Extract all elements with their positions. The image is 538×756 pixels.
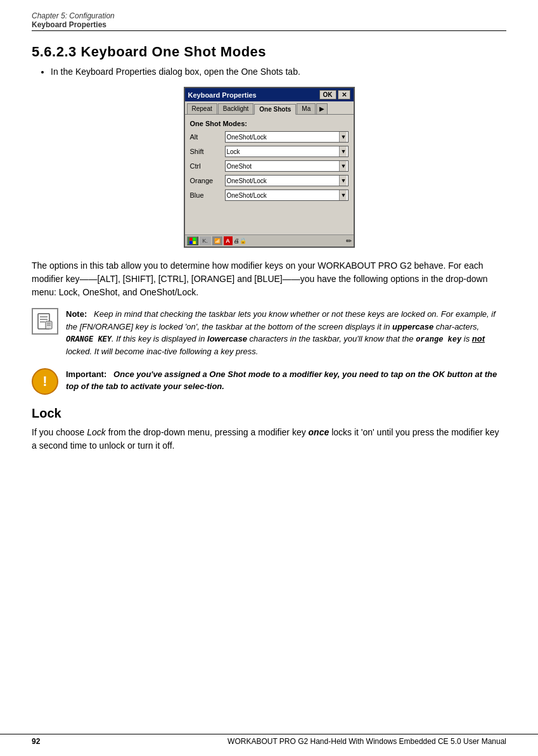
orange-select-value: OneShot/Lock (227, 177, 267, 184)
dialog-taskbar: K. 📶 A 🖨🔒 ✏ (185, 234, 354, 247)
alt-select-value: OneShot/Lock (227, 134, 267, 141)
section-line: Keyboard Properties (32, 20, 506, 29)
footer-page-number: 92 (32, 737, 40, 746)
section-title: 5.6.2.3 Keyboard One Shot Modes (32, 44, 506, 60)
orange-select-arrow: ▼ (339, 176, 347, 186)
note-icon (32, 308, 58, 335)
ctrl-row: Ctrl OneShot ▼ (190, 160, 349, 172)
blue-select[interactable]: OneShot/Lock ▼ (225, 189, 349, 201)
alt-select[interactable]: OneShot/Lock ▼ (225, 131, 349, 143)
tab-ma[interactable]: Ma (297, 103, 316, 114)
shift-label: Shift (190, 148, 225, 155)
tab-backlight[interactable]: Backlight (218, 103, 254, 114)
ctrl-label: Ctrl (190, 162, 225, 170)
dialog-screenshot-area: Keyboard Properties OK ✕ Repeat Backligh… (32, 87, 506, 248)
intro-bullet-list: In the Keyboard Properties dialog box, o… (44, 67, 506, 77)
taskbar-icons-group: 🖨🔒 (234, 238, 247, 244)
chapter-line: Chapter 5: Configuration (32, 11, 506, 20)
taskbar-k-icon: K. (200, 236, 211, 245)
footer-title: WORKABOUT PRO G2 Hand-Held With Windows … (227, 737, 506, 746)
note-lowercase-text: lowercase (207, 334, 247, 343)
dialog-body: One Shot Modes: Alt OneShot/Lock ▼ Shift… (185, 115, 354, 234)
dialog-titlebar-buttons: OK ✕ (319, 90, 350, 99)
taskbar-start-button[interactable] (187, 236, 198, 245)
note-label: Note: (66, 309, 94, 319)
note-uppercase-text: uppercase (392, 322, 433, 331)
orange-label: Orange (190, 177, 225, 184)
taskbar-pencil-icon: ✏ (346, 237, 352, 245)
svg-rect-2 (189, 241, 193, 245)
ctrl-select[interactable]: OneShot ▼ (225, 160, 349, 172)
dialog-tabs: Repeat Backlight One Shots Ma ▶ (185, 101, 354, 115)
body-paragraph-1: The options in this tab allow you to det… (32, 259, 506, 299)
blue-select-value: OneShot/Lock (227, 192, 267, 199)
shift-select[interactable]: Lock ▼ (225, 146, 349, 157)
taskbar-signal-icon: 📶 (212, 236, 222, 245)
tab-repeat[interactable]: Repeat (187, 103, 217, 114)
important-icon: ! (32, 368, 58, 395)
note-content: Note: Keep in mind that checking the tas… (66, 308, 506, 358)
shift-row: Shift Lock ▼ (190, 146, 349, 157)
one-shot-modes-label: One Shot Modes: (190, 120, 349, 127)
shift-select-arrow: ▼ (339, 146, 347, 157)
taskbar-a-icon: A (224, 236, 233, 245)
alt-select-arrow: ▼ (339, 132, 347, 142)
important-label: Important: (66, 369, 113, 379)
note-orange-key-monospace: ORANGE KEY (66, 335, 112, 344)
dialog-titlebar: Keyboard Properties OK ✕ (185, 88, 354, 101)
tab-one-shots[interactable]: One Shots (254, 104, 296, 115)
keyboard-properties-dialog: Keyboard Properties OK ✕ Repeat Backligh… (184, 87, 355, 248)
dialog-ok-button[interactable]: OK (319, 90, 336, 99)
lock-section-title: Lock (32, 406, 506, 421)
alt-row: Alt OneShot/Lock ▼ (190, 131, 349, 143)
shift-select-value: Lock (227, 148, 240, 155)
important-box: ! Important: Once you've assigned a One … (32, 368, 506, 395)
dialog-title: Keyboard Properties (188, 91, 319, 99)
blue-row: Blue OneShot/Lock ▼ (190, 189, 349, 201)
tab-overflow[interactable]: ▶ (316, 103, 328, 114)
dialog-close-button[interactable]: ✕ (338, 90, 350, 99)
note-box: Note: Keep in mind that checking the tas… (32, 308, 506, 358)
ctrl-select-arrow: ▼ (339, 161, 347, 171)
alt-label: Alt (190, 133, 225, 141)
blue-select-arrow: ▼ (339, 190, 347, 200)
taskbar-misc-icons: 🖨🔒 (234, 238, 247, 244)
svg-rect-1 (193, 238, 196, 241)
lock-section-text: If you choose Lock from the drop-down me… (32, 426, 506, 452)
svg-rect-0 (189, 238, 193, 241)
page-footer: 92 WORKABOUT PRO G2 Hand-Held With Windo… (0, 734, 538, 746)
svg-rect-3 (193, 241, 196, 245)
note-orange-key-lower: orange key (416, 335, 461, 344)
chapter-header: Chapter 5: Configuration Keyboard Proper… (32, 11, 506, 31)
ctrl-select-value: OneShot (227, 163, 252, 170)
orange-row: Orange OneShot/Lock ▼ (190, 175, 349, 186)
note-not-text: not (472, 334, 485, 343)
blue-label: Blue (190, 191, 225, 199)
orange-select[interactable]: OneShot/Lock ▼ (225, 175, 349, 186)
intro-bullet-item: In the Keyboard Properties dialog box, o… (51, 67, 506, 77)
important-content: Important: Once you've assigned a One Sh… (66, 368, 506, 393)
